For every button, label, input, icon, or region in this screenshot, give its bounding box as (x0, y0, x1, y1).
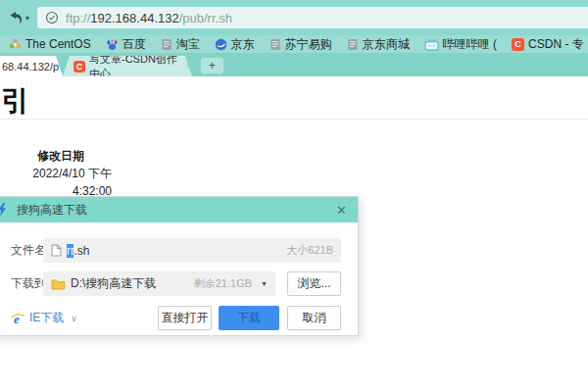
date-cell: 2022/4/10 下午4:32:00 (0, 165, 112, 200)
bookmark-csdn[interactable]: C CSDN - 专 (512, 36, 584, 53)
ie-download-label: IE下载 (29, 310, 64, 326)
url-path: /pub/rr.sh (179, 11, 232, 25)
svg-text:e: e (14, 312, 20, 325)
bookmark-suning[interactable]: 苏宁易购 (270, 36, 332, 53)
bookmark-label: 京东商城 (363, 36, 410, 53)
bookmark-label: The CentOS (25, 37, 91, 51)
lightning-download-icon (0, 203, 8, 217)
browse-button[interactable]: 浏览... (287, 271, 341, 296)
csdn-icon: C (74, 61, 85, 73)
url-host: 192.168.44.132 (90, 11, 178, 25)
bookmark-the-centos[interactable]: The CentOS (9, 37, 91, 51)
browser-window: ▾ ftp://192.168.44.132/pub/rr.sh The Cen… (0, 0, 588, 392)
address-toolbar: ▾ ftp://192.168.44.132/pub/rr.sh (0, 0, 588, 35)
heading-divider (0, 119, 588, 120)
destination-select[interactable]: D:\搜狗高速下载 剩余21.1GB ▼ (43, 271, 275, 296)
tab-label: 写文章-CSDN创作中心 (89, 52, 178, 81)
bookmark-label: 京东 (231, 36, 255, 53)
address-bar[interactable]: ftp://192.168.44.132/pub/rr.sh (37, 7, 588, 28)
bookmark-jd-mall[interactable]: 京东商城 (347, 36, 410, 53)
destination-path: D:\搜狗高速下载 (71, 275, 156, 292)
new-tab-button[interactable]: + (201, 58, 223, 74)
dialog-title: 搜狗高速下载 (17, 202, 87, 219)
url-text[interactable]: ftp://192.168.44.132/pub/rr.sh (66, 11, 232, 25)
download-button[interactable]: 下载 (219, 306, 279, 330)
folder-icon (51, 278, 66, 290)
security-shield-icon (45, 11, 59, 24)
bookmark-label: 苏宁易购 (285, 36, 332, 53)
bookmark-bilibili[interactable]: 哔哩哔哩 ( (424, 36, 497, 53)
ie-download-toggle[interactable]: e IE下载 ∨ (11, 306, 77, 330)
tab-label: 68.44.132/p (2, 61, 59, 73)
tab-csdn[interactable]: C 写文章-CSDN创作中心 × (63, 56, 192, 76)
ie-icon: e (11, 312, 25, 325)
bookmark-jd[interactable]: 京东 (215, 36, 255, 53)
chevron-down-icon: ∨ (71, 314, 77, 323)
bookmark-label: 百度 (122, 36, 146, 53)
jd-globe-icon (215, 38, 227, 51)
column-header: 修改日期 (0, 147, 112, 165)
tab-ftp-active[interactable]: 68.44.132/p × (0, 56, 63, 76)
bookmark-taobao[interactable]: 淘宝 (161, 36, 200, 53)
page-title: 引 (1, 82, 29, 122)
page-icon (270, 38, 281, 51)
destination-label: 下载到 (11, 271, 46, 296)
bookmark-label: CSDN - 专 (528, 36, 584, 53)
tab-close-icon[interactable]: × (186, 61, 192, 72)
tab-strip: 68.44.132/p × C 写文章-CSDN创作中心 × + (0, 53, 588, 76)
destination-dropdown-icon[interactable]: ▼ (261, 280, 268, 287)
cancel-button[interactable]: 取消 (287, 306, 341, 330)
bookmark-label: 淘宝 (176, 36, 200, 53)
file-size-text: 大小621B (286, 243, 333, 258)
download-dialog: 搜狗高速下载 ✕ 文件名 rr.sh 大小621B 下载到 D:\搜狗高速下载 … (0, 196, 359, 336)
baidu-paw-icon (106, 38, 119, 51)
csdn-icon: C (512, 38, 524, 51)
bookmark-label: 哔哩哔哩 ( (443, 36, 497, 53)
filename-input[interactable]: rr.sh 大小621B (43, 238, 341, 263)
bookmarks-bar: The CentOS 百度 淘宝 京东 (0, 35, 588, 53)
dialog-close-icon[interactable]: ✕ (336, 204, 347, 217)
file-icon (51, 244, 62, 257)
free-space-text: 剩余21.1GB (194, 276, 252, 291)
dialog-titlebar[interactable]: 搜狗高速下载 ✕ (0, 197, 358, 222)
back-button[interactable]: ▾ (8, 11, 29, 24)
bookmark-baidu[interactable]: 百度 (106, 36, 146, 53)
filename-extension: .sh (74, 244, 89, 258)
filename-value: rr.sh (67, 244, 89, 258)
flower-icon (9, 38, 22, 51)
open-directly-button[interactable]: 直接打开 (158, 306, 212, 330)
page-icon (347, 38, 359, 51)
page-icon (161, 38, 172, 51)
back-dropdown-caret[interactable]: ▾ (25, 14, 29, 23)
back-icon (8, 11, 24, 24)
filename-label: 文件名 (11, 238, 46, 263)
url-scheme: ftp:// (66, 11, 90, 25)
bilibili-tv-icon (424, 38, 439, 51)
